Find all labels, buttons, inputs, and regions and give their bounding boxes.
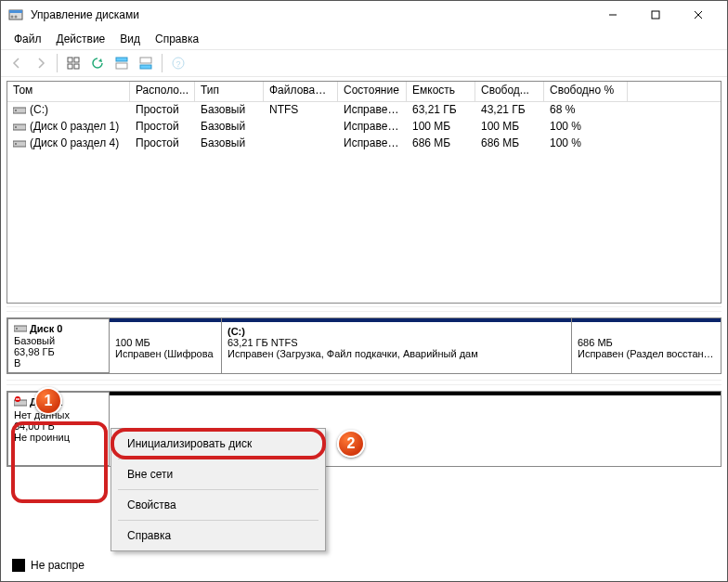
svg-point-21	[15, 126, 17, 128]
svg-rect-11	[74, 64, 79, 69]
col-layout[interactable]: Располо...	[130, 82, 195, 101]
context-properties[interactable]: Свойства	[114, 493, 322, 517]
disk-offline-icon	[14, 396, 27, 409]
view-bottom-icon[interactable]	[136, 53, 156, 73]
svg-point-3	[15, 16, 18, 19]
annotation-1-badge: 1	[34, 387, 62, 415]
legend-swatch-icon	[12, 559, 25, 572]
titlebar: Управление дисками	[1, 1, 727, 29]
close-button[interactable]	[677, 1, 720, 29]
volume-list: Том Располо... Тип Файловая с... Состоян…	[6, 81, 722, 304]
annotation-2-badge: 2	[337, 430, 365, 458]
context-menu: Инициализировать диск Вне сети Свойства …	[110, 428, 326, 551]
disk-icon	[14, 324, 27, 335]
disk-0-partition-1[interactable]: 100 МБ Исправен (Шифрова	[110, 318, 221, 373]
help-icon[interactable]: ?	[168, 53, 188, 73]
disk-0-partition-4[interactable]: 686 МБ Исправен (Раздел восстановле	[572, 318, 721, 373]
col-free[interactable]: Свобод...	[475, 82, 544, 101]
svg-rect-13	[116, 63, 127, 69]
maximize-button[interactable]	[634, 1, 677, 29]
menu-view[interactable]: Вид	[112, 31, 148, 47]
minimize-button[interactable]	[592, 1, 634, 29]
view-list-icon[interactable]	[63, 53, 84, 73]
svg-text:?: ?	[176, 59, 180, 69]
table-row[interactable]: (Диск 0 раздел 1)ПростойБазовыйИсправен.…	[7, 119, 721, 136]
svg-rect-8	[68, 58, 72, 62]
col-cap[interactable]: Емкость	[407, 82, 475, 101]
col-fs[interactable]: Файловая с...	[264, 82, 338, 101]
window-title: Управление дисками	[31, 8, 592, 21]
col-type[interactable]: Тип	[195, 82, 264, 101]
context-offline[interactable]: Вне сети	[114, 462, 322, 486]
col-pct[interactable]: Свободно %	[544, 82, 628, 101]
toolbar: ?	[1, 49, 727, 77]
svg-rect-12	[116, 58, 127, 61]
menu-help[interactable]: Справка	[148, 31, 206, 47]
disk-0-partition-c[interactable]: (C:) 63,21 ГБ NTFS Исправен (Загрузка, Ф…	[222, 318, 571, 373]
splitter-2[interactable]	[6, 380, 722, 385]
splitter[interactable]	[6, 306, 722, 312]
col-status[interactable]: Состояние	[338, 82, 407, 101]
svg-rect-10	[68, 64, 72, 69]
volume-icon	[13, 139, 26, 149]
svg-rect-15	[140, 65, 151, 69]
svg-rect-14	[140, 58, 151, 63]
svg-point-19	[15, 110, 17, 111]
context-initialize-disk[interactable]: Инициализировать диск	[114, 432, 322, 456]
table-header: Том Располо... Тип Файловая с... Состоян…	[7, 82, 721, 102]
disk-0-header[interactable]: Диск 0 Базовый 63,98 ГБ В	[7, 318, 110, 373]
volume-icon	[13, 106, 26, 115]
svg-rect-5	[652, 11, 659, 19]
svg-point-23	[15, 143, 17, 145]
app-icon	[8, 7, 23, 22]
disk-graphical-view: Диск 0 Базовый 63,98 ГБ В 100 МБ Исправе…	[6, 317, 722, 374]
volume-icon	[13, 123, 26, 132]
context-help[interactable]: Справка	[114, 524, 322, 548]
svg-rect-1	[9, 10, 22, 13]
table-row[interactable]: (C:)ПростойБазовыйNTFSИсправен...63,21 Г…	[7, 102, 721, 119]
legend-unallocated: Не распре	[12, 559, 84, 572]
view-top-icon[interactable]	[111, 53, 132, 73]
col-volume[interactable]: Том	[7, 82, 130, 101]
svg-point-25	[16, 328, 18, 330]
disk-0-row: Диск 0 Базовый 63,98 ГБ В 100 МБ Исправе…	[7, 318, 721, 373]
forward-button[interactable]	[31, 53, 51, 73]
back-button[interactable]	[6, 53, 27, 73]
svg-point-2	[11, 16, 14, 19]
refresh-icon[interactable]	[87, 53, 108, 73]
svg-rect-9	[74, 58, 79, 62]
menu-file[interactable]: Файл	[6, 31, 49, 47]
menubar: Файл Действие Вид Справка	[1, 29, 727, 49]
svg-rect-28	[16, 398, 20, 399]
menu-action[interactable]: Действие	[49, 31, 113, 47]
table-row[interactable]: (Диск 0 раздел 4)ПростойБазовыйИсправен.…	[7, 136, 721, 152]
